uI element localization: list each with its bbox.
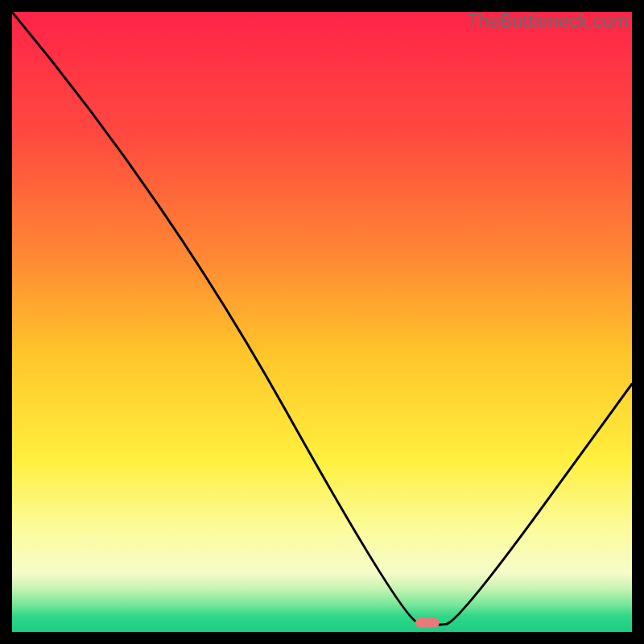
plot-frame: TheBottleneck.com <box>12 12 632 632</box>
plot-svg <box>12 12 632 632</box>
gradient-background <box>12 12 632 632</box>
optimal-marker <box>415 617 440 627</box>
watermark-text: TheBottleneck.com <box>468 10 629 32</box>
